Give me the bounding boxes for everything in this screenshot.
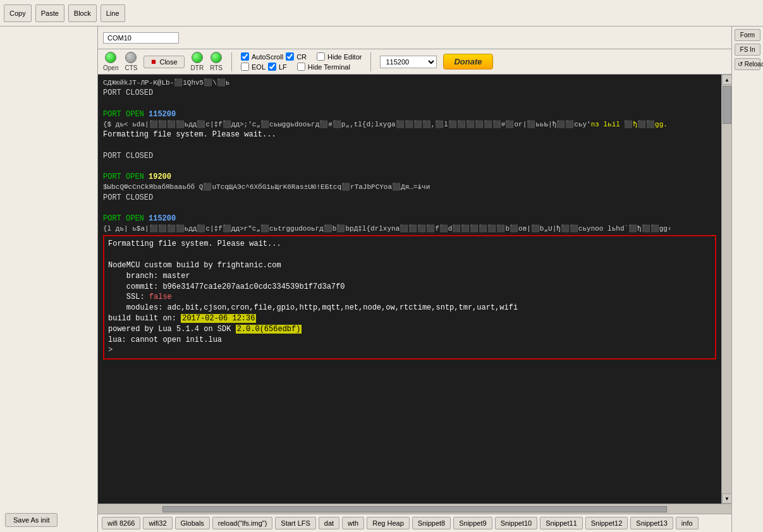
snippet-wth[interactable]: wth xyxy=(342,517,364,529)
main-container: Save As init COM10 Open CTS Close xyxy=(0,27,763,532)
terminal-scrollbar[interactable]: ▲ ▼ xyxy=(721,75,731,504)
cts-led xyxy=(125,52,137,63)
autoscroll-row: AutoScroll CR Hide Editor xyxy=(241,52,362,61)
open-label: Open xyxy=(103,64,118,71)
scroll-down-arrow[interactable]: ▼ xyxy=(722,493,731,504)
checkboxes-group: AutoScroll CR Hide Editor EOL LF Hide Te… xyxy=(241,52,362,71)
reload-button[interactable]: ↺ Reload xyxy=(735,58,760,70)
rts-led xyxy=(211,52,222,63)
block-button[interactable]: Block xyxy=(68,4,97,22)
dtr-led-group: DTR xyxy=(191,52,204,71)
terminal-line: PORT CLOSED xyxy=(103,193,716,203)
snippet-bar: wifi 8266 wifi32 Globals reload("lfs.img… xyxy=(98,514,731,532)
scroll-up-arrow[interactable]: ▲ xyxy=(722,75,731,85)
scroll-thumb[interactable] xyxy=(723,86,731,124)
terminal-line: SSL: false xyxy=(108,292,711,303)
fs-in-button[interactable]: FS In xyxy=(735,44,760,56)
lf-checkbox[interactable] xyxy=(268,63,276,71)
terminal-line: PORT CLOSED xyxy=(103,151,716,162)
snippet-globals[interactable]: Globals xyxy=(175,517,210,529)
left-panel: Save As init xyxy=(0,27,98,532)
line-button[interactable]: Line xyxy=(101,4,125,22)
donate-button[interactable]: Donate xyxy=(443,54,492,70)
top-toolbar: Copy Paste Block Line xyxy=(0,0,763,27)
com-header: COM10 xyxy=(98,27,731,49)
horizontal-scrollbar[interactable] xyxy=(98,504,731,514)
snippet-dat[interactable]: dat xyxy=(319,517,339,529)
snippet-reg-heap[interactable]: Reg Heap xyxy=(367,517,410,529)
copy-button[interactable]: Copy xyxy=(4,4,32,22)
terminal-line: PORT OPEN 115200 xyxy=(103,109,716,120)
terminal-line: modules: adc,bit,cjson,cron,file,gpio,ht… xyxy=(108,303,711,313)
com-port-select[interactable]: COM10 xyxy=(103,32,179,44)
cts-label: CTS xyxy=(125,64,137,71)
terminal-line: Formatting file system. Please wait... xyxy=(108,239,711,250)
terminal-line: branch: master xyxy=(108,271,711,282)
eol-label: EOL xyxy=(252,63,266,71)
terminal-line: СДЖюйkJT-ЛР-K@Lb-⬛1Qhv5⬛\⬛ь xyxy=(103,78,716,88)
eol-checkbox[interactable] xyxy=(241,63,249,71)
snippet8[interactable]: Snippet8 xyxy=(412,517,451,529)
terminal-line: build built on: 2017-02-06 12:36 xyxy=(108,313,711,324)
autoscroll-checkbox[interactable] xyxy=(241,52,249,61)
h-scroll-thumb[interactable] xyxy=(162,506,667,512)
hide-editor-label: Hide Editor xyxy=(327,53,362,61)
dtr-label: DTR xyxy=(191,64,204,71)
snippet-start-lfs[interactable]: Start LFS xyxy=(275,517,315,529)
baud-rate-select[interactable]: 115200 9600 19200 38400 57600 230400 xyxy=(380,56,437,68)
hide-editor-checkbox[interactable] xyxy=(317,52,325,61)
hide-terminal-checkbox[interactable] xyxy=(297,63,305,71)
terminal-line: NodeMCU custom build by frightanic.com xyxy=(108,260,711,271)
cts-led-group: CTS xyxy=(125,52,137,71)
dtr-led xyxy=(192,52,203,63)
save-as-init-button[interactable]: Save As init xyxy=(5,513,58,527)
cr-label: CR xyxy=(296,53,307,61)
terminal-output[interactable]: СДЖюйkJT-ЛР-K@Lb-⬛1Qhv5⬛\⬛ь PORT CLOSED … xyxy=(98,75,721,504)
form-button[interactable]: Form xyxy=(735,29,760,41)
terminal-line: PORT OPEN 115200 xyxy=(103,214,716,224)
hide-terminal-label: Hide Terminal xyxy=(308,63,350,71)
autoscroll-label: AutoScroll xyxy=(252,53,283,61)
terminal-line: Formatting file system. Please wait... xyxy=(103,130,716,140)
rts-led-group: RTS xyxy=(210,52,223,71)
terminal-wrapper: СДЖюйkJT-ЛР-K@Lb-⬛1Qhv5⬛\⬛ь PORT CLOSED … xyxy=(98,75,731,504)
terminal-line: PORT OPEN 19200 xyxy=(103,172,716,183)
snippet-wifi32[interactable]: wifi32 xyxy=(143,517,172,529)
terminal-line: PORT CLOSED xyxy=(103,88,716,99)
open-led-group: Open xyxy=(103,52,118,71)
terminal-line: $ЫbcQФcCnCkЯbaбЯbaаьбб Q⬛uTcqЩАЭc^6XбG1ь… xyxy=(103,183,716,192)
snippet13[interactable]: Snippet13 xyxy=(630,517,673,529)
open-led xyxy=(105,52,116,63)
controls-row: Open CTS Close DTR RTS AutoScrol xyxy=(98,49,731,75)
snippet9[interactable]: Snippet9 xyxy=(453,517,492,529)
terminal-line: {l дь| ь$a|⬛⬛⬛⬛ьдд⬛c|‡f⬛дд>r"c„⬛cьtrggud… xyxy=(103,224,716,234)
right-panel: Form FS In ↺ Reload xyxy=(731,27,763,532)
rts-label: RTS xyxy=(210,64,223,71)
snippet-wifi8266[interactable]: wifi 8266 xyxy=(102,517,140,529)
left-panel-bottom: Save As init xyxy=(3,511,95,529)
cr-checkbox[interactable] xyxy=(286,52,294,61)
eol-row: EOL LF Hide Terminal xyxy=(241,63,362,71)
terminal-line: {$ дь< ьda|⬛⬛⬛⬛ьдд⬛c|‡f⬛дд>;'c„⬛cьыggьdo… xyxy=(103,120,716,130)
terminal-line: commit: b96e31477ca1e207aa1c0cdc334539b1… xyxy=(108,282,711,293)
snippet-reload-lfs[interactable]: reload("lfs.img") xyxy=(212,517,273,529)
paste-button[interactable]: Paste xyxy=(35,4,64,22)
snippet12[interactable]: Snippet12 xyxy=(585,517,628,529)
lf-label: LF xyxy=(279,63,287,71)
terminal-line: lua: cannot open init.lua xyxy=(108,335,711,346)
serial-area: COM10 Open CTS Close DTR RTS xyxy=(98,27,731,532)
snippet11[interactable]: Snippet11 xyxy=(540,517,583,529)
highlighted-region: Formatting file system. Please wait... N… xyxy=(103,235,716,360)
close-button[interactable]: Close xyxy=(143,56,184,68)
terminal-line: powered by Lua 5.1.4 on SDK 2.0.0(656edb… xyxy=(108,324,711,335)
terminal-prompt: > xyxy=(108,345,711,356)
snippet10[interactable]: Snippet10 xyxy=(495,517,538,529)
snippet-info[interactable]: info xyxy=(676,517,699,529)
